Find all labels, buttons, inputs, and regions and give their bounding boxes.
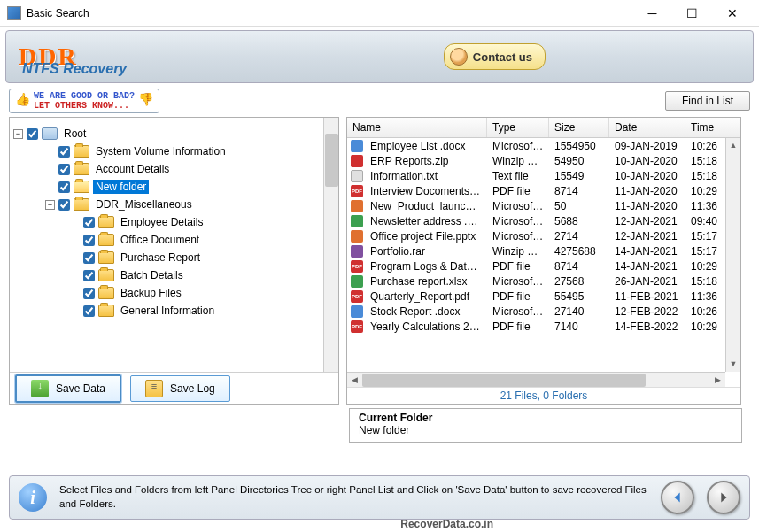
col-type[interactable]: Type [487, 118, 549, 137]
find-in-list-button[interactable]: Find in List [665, 91, 750, 111]
tree-item[interactable]: Office Document [13, 231, 335, 249]
tree-checkbox[interactable] [27, 128, 38, 140]
tree-item[interactable]: Batch Details [13, 266, 335, 284]
tree-root[interactable]: −Root [13, 125, 335, 143]
tree-item[interactable]: Employee Details [13, 213, 335, 231]
txt-icon [351, 170, 363, 182]
contact-button[interactable]: Contact us [444, 43, 546, 70]
file-date: 14-FEB-2022 [609, 320, 685, 333]
tree-label[interactable]: Office Document [118, 233, 202, 247]
tree-scrollbar[interactable] [323, 118, 338, 373]
folder-icon [98, 287, 114, 299]
tree-label[interactable]: Purchase Report [118, 251, 203, 265]
save-log-button[interactable]: Save Log [130, 375, 230, 402]
file-date: 26-JAN-2021 [609, 275, 685, 288]
tree-label[interactable]: Account Details [93, 162, 172, 176]
collapse-icon[interactable]: − [13, 129, 23, 139]
file-row[interactable]: New_Product_launch.pptxMicrosoft...5011-… [347, 198, 740, 213]
forward-button[interactable] [707, 481, 740, 514]
window-title: Basic Search [27, 7, 632, 19]
file-name: Program Logs & Data .pdf [365, 260, 487, 273]
minimize-button[interactable]: ─ [632, 1, 672, 26]
collapse-icon[interactable]: − [45, 200, 55, 210]
file-name: Yearly Calculations 2022.... [365, 320, 487, 333]
file-date: 09-JAN-2019 [609, 140, 685, 152]
file-time: 10:29 [685, 320, 724, 333]
current-folder-value: New folder [359, 424, 732, 436]
tree-item[interactable]: Purchase Report [13, 249, 335, 266]
tree-item[interactable]: Account Details [13, 160, 335, 178]
save-log-label: Save Log [170, 382, 215, 395]
file-scrollbar-h[interactable]: ◀▶ [347, 372, 725, 387]
file-time: 11:36 [685, 290, 724, 303]
file-time: 15:18 [685, 170, 724, 182]
tree-item[interactable]: General Information [13, 302, 335, 320]
col-size[interactable]: Size [549, 118, 609, 137]
maximize-button[interactable]: ☐ [672, 1, 712, 26]
file-size: 50 [549, 200, 609, 212]
tree-item[interactable]: −DDR_Miscellaneous [13, 196, 335, 213]
file-list[interactable]: Employee List .docxMicrosoft...155495009… [347, 138, 740, 387]
tree-checkbox[interactable] [83, 217, 95, 228]
tree-checkbox[interactable] [83, 235, 95, 246]
tree-item[interactable]: New folder [13, 178, 335, 196]
folder-icon [74, 198, 89, 211]
feedback-badge[interactable]: 👍 WE ARE GOOD OR BAD? LET OTHERS KNOW...… [9, 89, 159, 113]
xlsx-icon [351, 275, 363, 288]
save-data-button[interactable]: Save Data [15, 374, 121, 403]
tree-checkbox[interactable] [58, 146, 70, 158]
folder-icon [74, 181, 89, 193]
file-row[interactable]: Interview Docoments .pdfPDF file871411-J… [347, 183, 740, 198]
file-row[interactable]: Newsletter address .xlsxMicrosoft...5688… [347, 213, 740, 228]
tree-checkbox[interactable] [83, 305, 95, 317]
file-type: Microsoft... [487, 230, 549, 243]
file-scrollbar-v[interactable]: ▲▼ [725, 138, 740, 372]
col-name[interactable]: Name [347, 118, 487, 137]
tree-label[interactable]: Backup Files [118, 286, 184, 300]
tree-checkbox[interactable] [58, 181, 70, 193]
tree-label[interactable]: System Volume Information [93, 144, 228, 158]
file-row[interactable]: Quarterly_Report.pdfPDF file5549511-FEB-… [347, 289, 740, 304]
directory-tree[interactable]: −RootSystem Volume InformationAccount De… [10, 118, 338, 373]
tree-checkbox[interactable] [83, 270, 95, 281]
back-button[interactable] [661, 481, 694, 514]
file-row[interactable]: Office project File.pptxMicrosoft...2714… [347, 228, 740, 243]
tree-label[interactable]: New folder [93, 180, 149, 194]
file-row[interactable]: Portfolio.rarWinzip File427568814-JAN-20… [347, 243, 740, 258]
drive-icon [42, 127, 58, 140]
tree-label[interactable]: Root [61, 127, 89, 141]
tree-checkbox[interactable] [58, 164, 70, 175]
folder-icon [98, 234, 114, 246]
file-time: 10:26 [685, 140, 724, 152]
tree-checkbox[interactable] [83, 288, 95, 299]
file-row[interactable]: Stock Report .docxMicrosoft...2714012-FE… [347, 304, 740, 319]
tree-label[interactable]: General Information [118, 304, 217, 318]
file-type: PDF file [487, 260, 549, 273]
tree-item[interactable]: System Volume Information [13, 143, 335, 160]
file-time: 15:17 [685, 245, 724, 258]
file-row[interactable]: Purchase report.xlsxMicrosoft...2756826-… [347, 274, 740, 289]
tree-checkbox[interactable] [58, 199, 70, 211]
file-type: PDF file [487, 320, 549, 333]
file-type: Microsoft... [487, 275, 549, 288]
file-row[interactable]: Employee List .docxMicrosoft...155495009… [347, 138, 740, 153]
tree-label[interactable]: Employee Details [118, 215, 205, 229]
file-row[interactable]: Yearly Calculations 2022....PDF file7140… [347, 319, 740, 334]
file-row[interactable]: Program Logs & Data .pdfPDF file871414-J… [347, 258, 740, 274]
file-row[interactable]: ERP Reports.zipWinzip File5495010-JAN-20… [347, 153, 740, 168]
tree-label[interactable]: DDR_Miscellaneous [93, 197, 195, 212]
file-row[interactable]: Information.txtText file1554910-JAN-2020… [347, 168, 740, 183]
xlsx-icon [351, 215, 363, 227]
file-date: 12-JAN-2021 [609, 215, 685, 227]
tree-checkbox[interactable] [83, 252, 95, 264]
folder-icon [74, 145, 89, 158]
save-log-icon [145, 380, 163, 397]
tree-label[interactable]: Batch Details [118, 268, 186, 282]
close-button[interactable]: ✕ [712, 1, 752, 26]
file-name: New_Product_launch.pptx [365, 200, 487, 212]
file-name: Office project File.pptx [365, 230, 487, 243]
file-time: 15:17 [685, 230, 724, 243]
col-time[interactable]: Time [685, 118, 724, 137]
col-date[interactable]: Date [609, 118, 685, 137]
tree-item[interactable]: Backup Files [13, 284, 335, 302]
